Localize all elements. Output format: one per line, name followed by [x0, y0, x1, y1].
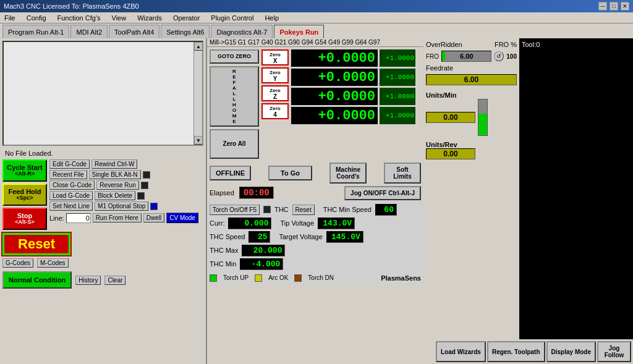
- close-button[interactable]: ✕: [621, 2, 629, 11]
- feedrate-label: Feedrate: [426, 64, 453, 72]
- dro-area: GOTO ZERO R E F A L L H O M E Zero All: [207, 47, 423, 161]
- menu-config[interactable]: Config: [25, 14, 48, 22]
- zero-x-button[interactable]: Zero X: [261, 49, 289, 66]
- scroll-down-button[interactable]: ▼: [194, 136, 203, 145]
- history-button[interactable]: History: [75, 276, 101, 285]
- run-from-here-button[interactable]: Run From Here: [93, 213, 142, 222]
- feedrate-row: Feedrate: [426, 64, 517, 72]
- zero-4-button[interactable]: Zero 4: [261, 103, 289, 119]
- zero-all-button[interactable]: Zero All: [210, 129, 259, 159]
- thc-min-speed-input[interactable]: [375, 204, 397, 216]
- title-text: Mach3 CNC Licensed To: PlasmaSens 4ZB0: [4, 2, 139, 10]
- tab-toolpath[interactable]: ToolPath Alt4: [109, 25, 159, 38]
- normal-condition-button[interactable]: Normal Condition: [2, 271, 72, 289]
- tab-mdi[interactable]: MDI Alt2: [70, 25, 108, 38]
- dro-bottom-row: OFFLINE To Go Machine Coord's Soft Limit…: [207, 161, 423, 185]
- g-codes-button[interactable]: G-Codes: [2, 258, 33, 268]
- single-blk-button[interactable]: Single BLK Alt-N: [89, 170, 141, 179]
- units-rev-section: Units/Rev: [426, 141, 517, 159]
- overridden-label: OverRidden: [426, 41, 462, 48]
- soft-limits-button[interactable]: Soft Limits: [384, 163, 421, 184]
- scroll-up-button[interactable]: ▲: [194, 42, 203, 51]
- maximize-button[interactable]: □: [610, 2, 618, 11]
- thc-min-input[interactable]: [240, 258, 283, 270]
- dro-y-value: +0.0000: [291, 69, 378, 86]
- line-input[interactable]: [66, 213, 91, 223]
- thc-reset-button[interactable]: Reset: [292, 205, 315, 215]
- plasmasens-label: PlasmaSens: [381, 274, 421, 282]
- menu-help[interactable]: Help: [263, 14, 281, 22]
- clear-button[interactable]: Clear: [104, 276, 125, 285]
- load-wizards-button[interactable]: Load Wizards: [436, 341, 486, 362]
- feedrate-input[interactable]: [426, 74, 517, 85]
- m1-optional-button[interactable]: M1 Optional Stop: [95, 201, 148, 211]
- load-gcode-button[interactable]: Load G-Code: [49, 191, 93, 200]
- block-delete-button[interactable]: Block Delete: [95, 191, 135, 200]
- feedrate-value-row: [426, 74, 517, 85]
- tool-panel: Tool:0: [519, 38, 633, 339]
- target-voltage-label: Target Voltage: [279, 233, 322, 240]
- green-bar-indicator: [478, 99, 488, 136]
- fro-label: FRO: [426, 53, 439, 60]
- menu-wizards[interactable]: Wizards: [135, 14, 164, 22]
- thc-speed-label: THC Speed: [210, 233, 245, 240]
- menu-plugincontrol[interactable]: Plugin Control: [209, 14, 255, 22]
- status-bar: No File Loaded.: [0, 148, 206, 158]
- units-min-input[interactable]: [426, 112, 475, 123]
- block-delete-indicator: [137, 192, 145, 200]
- target-voltage-input[interactable]: [326, 231, 363, 243]
- units-min-label: Units/Min: [426, 91, 457, 99]
- goto-zero-button[interactable]: GOTO ZERO: [210, 49, 259, 64]
- elapsed-value: 00:00: [239, 187, 274, 199]
- rewind-button[interactable]: Rewind Ctrl-W: [91, 159, 137, 169]
- recent-file-button[interactable]: Recent File: [49, 170, 87, 179]
- set-next-line-button[interactable]: Set Next Line: [49, 201, 93, 211]
- reset-button[interactable]: Reset: [2, 233, 70, 255]
- jog-follow-button[interactable]: JogFollow: [597, 341, 631, 362]
- tip-voltage-input[interactable]: [318, 218, 355, 229]
- offline-button[interactable]: OFFLINE: [210, 166, 251, 180]
- jog-onoff-button[interactable]: Jog ON/OFF Ctrl-Alt-J: [344, 186, 421, 200]
- close-gcode-button[interactable]: Close G-Code: [49, 180, 95, 190]
- cycle-start-button[interactable]: Cycle Start <Alt-R>: [2, 159, 47, 182]
- torch-onoff-button[interactable]: Torch On/Off F5: [210, 205, 260, 215]
- zero-y-button[interactable]: Zero Y: [261, 67, 289, 83]
- arc-ok-label: Arc OK: [268, 274, 288, 281]
- ref-all-home-button[interactable]: R E F A L L H O M E: [210, 66, 259, 127]
- thc-max-input[interactable]: [242, 245, 285, 256]
- thc-speed-input[interactable]: [249, 231, 270, 243]
- menu-file[interactable]: File: [2, 14, 17, 22]
- tab-program-run[interactable]: Program Run Alt-1: [2, 25, 69, 38]
- fro-reset-button[interactable]: ↺: [494, 51, 504, 61]
- menu-view[interactable]: View: [110, 14, 129, 22]
- stop-button[interactable]: Stop <Alt-S>: [2, 208, 47, 230]
- dro-4-row: +0.0000 +1.0000: [291, 107, 421, 124]
- dro-x-secondary: +1.0000: [380, 49, 415, 67]
- tab-diagnostics[interactable]: Diagnostics Alt-7: [211, 25, 273, 38]
- reverse-run-button[interactable]: Reverse Run: [96, 180, 138, 190]
- to-go-button[interactable]: To Go: [268, 166, 312, 180]
- regen-toolpath-button[interactable]: Regen. Toolpath: [487, 341, 545, 362]
- menu-operator[interactable]: Operator: [171, 14, 202, 22]
- units-rev-input[interactable]: [426, 148, 475, 159]
- right-top: OverRidden FRO % FRO 6.00 ↺ 100: [423, 38, 633, 339]
- title-bar: Mach3 CNC Licensed To: PlasmaSens 4ZB0 ─…: [0, 0, 633, 12]
- single-blk-indicator: [143, 171, 150, 179]
- tab-pokeys-run[interactable]: Pokeys Run: [274, 25, 324, 38]
- zero-z-button[interactable]: Zero Z: [261, 85, 289, 101]
- dwell-button[interactable]: Dwell: [143, 213, 164, 222]
- feed-hold-button[interactable]: Feed Hold <Spc>: [2, 184, 47, 206]
- menu-functioncfgs[interactable]: Function Cfg's: [56, 14, 103, 22]
- edit-gcode-button[interactable]: Edit G-Code: [49, 159, 90, 169]
- tab-settings[interactable]: Settings Alt6: [161, 25, 210, 38]
- gcode-scrollbar[interactable]: ▲ ▼: [193, 42, 202, 145]
- machine-coords-button[interactable]: Machine Coord's: [329, 163, 367, 184]
- main-content: ▲ ▼ No File Loaded. Cycle Start <Alt-R> …: [0, 38, 633, 364]
- display-mode-button[interactable]: Display Mode: [546, 341, 596, 362]
- m-codes-button[interactable]: M-Codes: [37, 258, 69, 268]
- cv-mode-button[interactable]: CV Mode: [166, 213, 198, 223]
- mid-panel: Mill->G15 G1 G17 G40 G21 G90 G94 G54 G49…: [207, 38, 423, 364]
- minimize-button[interactable]: ─: [598, 2, 607, 11]
- right-panel: OverRidden FRO % FRO 6.00 ↺ 100: [423, 38, 633, 364]
- curr-input[interactable]: [228, 218, 271, 229]
